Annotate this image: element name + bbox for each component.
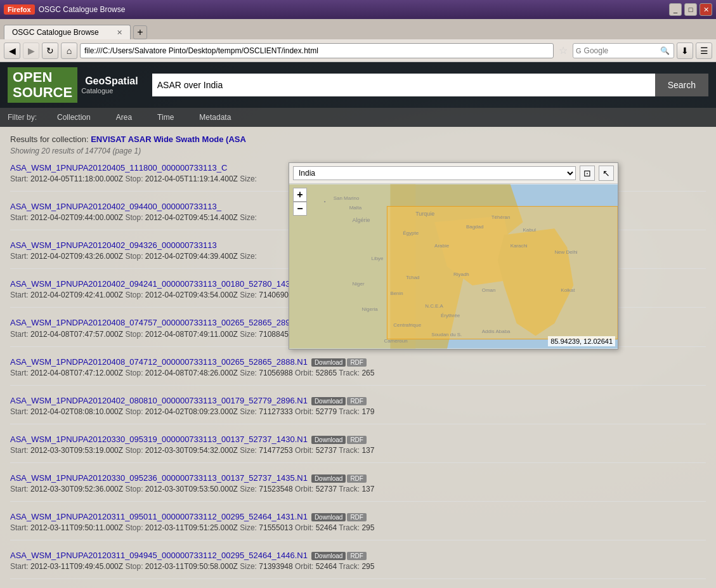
collection-link[interactable]: ENVISAT ASAR Wide Swath Mode (ASA bbox=[91, 134, 246, 144]
svg-text:Érythrée: Érythrée bbox=[441, 313, 460, 318]
map-coordinates: 85.94239, 12.02641 bbox=[548, 336, 615, 346]
home-button[interactable]: ⌂ bbox=[61, 42, 77, 59]
tab-close-icon[interactable]: ✕ bbox=[117, 29, 122, 37]
results-count: Showing 20 results of 147704 (page 1) bbox=[10, 147, 706, 155]
tab-area[interactable]: Area bbox=[103, 108, 145, 127]
result-link[interactable]: ASA_WSM_1PNUPA20120405_111800_0000007331… bbox=[10, 163, 227, 173]
svg-text:Cameroun: Cameroun bbox=[384, 338, 407, 344]
list-item: ASA_WSM_1PNDPA20120402_080810_0000007331… bbox=[10, 396, 706, 424]
result-link[interactable]: ASA_WSM_1PNUPA20120330_095319_0000007331… bbox=[10, 434, 308, 444]
refresh-button[interactable]: ↻ bbox=[42, 42, 58, 59]
result-link[interactable]: ASA_WSM_1PNDPA20120408_074757_0000007331… bbox=[10, 318, 308, 327]
search-input[interactable] bbox=[152, 74, 655, 96]
result-link[interactable]: ASA_WSM_1PNUPA20120311_094945_0000007331… bbox=[10, 551, 308, 560]
svg-text:Benin: Benin bbox=[390, 291, 403, 296]
result-meta: Start: 2012-03-30T09:53:19.000Z Stop: 20… bbox=[10, 446, 706, 455]
svg-text:Addis Ababa: Addis Ababa bbox=[482, 329, 511, 334]
svg-text:Karachi: Karachi bbox=[511, 243, 528, 249]
rdf-button[interactable]: RDF bbox=[347, 436, 367, 444]
result-meta: Start: 2012-03-11T09:49:45.000Z Stop: 20… bbox=[10, 562, 706, 571]
download-button[interactable]: Download bbox=[311, 552, 346, 560]
result-meta: Start: 2012-04-08T07:47:12.000Z Stop: 20… bbox=[10, 369, 706, 377]
map-overlay: India ⊡ ↖ + − bbox=[289, 162, 618, 350]
map-pointer-icon[interactable]: ↖ bbox=[599, 166, 614, 181]
minimize-button[interactable]: _ bbox=[669, 3, 682, 16]
page-content: OPENSOURCE GeoSpatial Catalogue Search F… bbox=[0, 62, 716, 588]
list-item: ASA_WSM_1PNUPA20120311_095011_0000007331… bbox=[10, 512, 706, 540]
url-bar[interactable] bbox=[80, 43, 554, 58]
svg-text:Centrafrique: Centrafrique bbox=[393, 322, 421, 328]
svg-text:Oman: Oman bbox=[482, 287, 496, 293]
result-meta: Start: 2012-03-30T09:52:36.000Z Stop: 20… bbox=[10, 485, 706, 493]
svg-text:N.C.E.A: N.C.E.A bbox=[425, 303, 443, 309]
result-link[interactable]: ASA_WSM_1PNUPA20120402_094241_0000007331… bbox=[10, 279, 308, 289]
result-link[interactable]: ASA_WSM_1PNUPA20120311_095011_0000007331… bbox=[10, 512, 308, 521]
svg-text:New Delhi: New Delhi bbox=[554, 249, 577, 255]
bookmark-icon[interactable]: ☆ bbox=[556, 44, 570, 56]
title-bar: Firefox OSGC Catalogue Browse _ □ ✕ bbox=[0, 0, 716, 19]
tab-collection[interactable]: Collection bbox=[44, 108, 103, 127]
google-search-input[interactable] bbox=[584, 46, 660, 55]
rdf-button[interactable]: RDF bbox=[347, 552, 367, 560]
region-select[interactable]: India bbox=[293, 166, 576, 180]
svg-text:Kabul: Kabul bbox=[523, 227, 537, 233]
tab-bar: OSGC Catalogue Browse ✕ + bbox=[0, 19, 716, 39]
search-button[interactable]: Search bbox=[655, 74, 708, 96]
svg-text:Libye: Libye bbox=[372, 256, 384, 261]
tab-label: OSGC Catalogue Browse bbox=[12, 28, 99, 37]
rdf-button[interactable]: RDF bbox=[347, 358, 367, 367]
svg-text:•: • bbox=[324, 199, 326, 204]
download-button[interactable]: Download bbox=[311, 436, 346, 444]
forward-button[interactable]: ▶ bbox=[23, 42, 39, 59]
result-meta: Start: 2012-03-11T09:50:11.000Z Stop: 20… bbox=[10, 523, 706, 532]
google-logo: G bbox=[576, 47, 582, 55]
nav-bar: ◀ ▶ ↻ ⌂ ☆ G 🔍 ⬇ ☰ bbox=[0, 39, 716, 62]
map-expand-icon[interactable]: ⊡ bbox=[580, 166, 595, 181]
svg-text:Téhéran: Téhéran bbox=[491, 214, 511, 220]
download-button[interactable]: ⬇ bbox=[677, 42, 693, 59]
result-link[interactable]: ASA_WSM_1PNUPA20120402_094400_0000007331… bbox=[10, 202, 221, 211]
logo-open-text: OPENSOURCE bbox=[8, 67, 77, 103]
download-button[interactable]: Download bbox=[311, 358, 346, 367]
download-button[interactable]: Download bbox=[311, 474, 346, 483]
browser-tab[interactable]: OSGC Catalogue Browse ✕ bbox=[4, 25, 131, 39]
google-search-box[interactable]: G 🔍 bbox=[573, 43, 674, 58]
zoom-in-button[interactable]: + bbox=[293, 188, 307, 202]
svg-text:Soudan du S.: Soudan du S. bbox=[431, 332, 462, 337]
map-zoom-controls: + − bbox=[293, 188, 307, 216]
svg-text:Bagdad: Bagdad bbox=[466, 224, 483, 230]
download-button[interactable]: Download bbox=[311, 397, 346, 405]
firefox-logo: Firefox bbox=[4, 4, 35, 15]
result-meta: Start: 2012-04-02T08:08:10.000Z Stop: 20… bbox=[10, 407, 706, 416]
tab-time[interactable]: Time bbox=[145, 108, 186, 127]
rdf-button[interactable]: RDF bbox=[347, 397, 367, 405]
download-button[interactable]: Download bbox=[311, 513, 346, 521]
maximize-button[interactable]: □ bbox=[684, 3, 697, 16]
rdf-button[interactable]: RDF bbox=[347, 474, 367, 483]
svg-rect-1 bbox=[387, 206, 618, 339]
map-toolbar: India ⊡ ↖ bbox=[289, 163, 618, 184]
svg-text:Égypte: Égypte bbox=[403, 230, 419, 236]
zoom-out-button[interactable]: − bbox=[293, 202, 307, 216]
menu-button[interactable]: ☰ bbox=[696, 42, 712, 59]
logo-catalogue: Catalogue bbox=[81, 87, 142, 95]
svg-text:Riyadh: Riyadh bbox=[453, 271, 469, 277]
result-link[interactable]: ASA_WSM_1PNDPA20120408_074712_0000007331… bbox=[10, 357, 308, 367]
result-link[interactable]: ASA_WSM_1PNDPA20120402_080810_0000007331… bbox=[10, 396, 308, 405]
rdf-button[interactable]: RDF bbox=[347, 513, 367, 521]
filter-bar: Filter by: Collection Area Time Metadata bbox=[0, 108, 716, 127]
map-svg: Algérie Libye Niger Égypte Arabie Turqui… bbox=[289, 184, 618, 349]
tab-metadata[interactable]: Metadata bbox=[186, 108, 244, 127]
back-button[interactable]: ◀ bbox=[4, 42, 20, 59]
svg-text:Niger: Niger bbox=[353, 281, 365, 287]
result-link[interactable]: ASA_WSM_1PNUPA20120330_095236_0000007331… bbox=[10, 473, 308, 483]
close-button[interactable]: ✕ bbox=[700, 3, 712, 16]
list-item: ASA_WSM_1PNUPA20120330_095236_0000007331… bbox=[10, 473, 706, 502]
svg-text:San Marino: San Marino bbox=[334, 195, 360, 201]
result-link[interactable]: ASA_WSM_1PNUPA20120402_094326_0000007331… bbox=[10, 240, 217, 250]
logo: OPENSOURCE GeoSpatial Catalogue bbox=[8, 67, 142, 103]
new-tab-button[interactable]: + bbox=[133, 25, 147, 39]
svg-text:Malta: Malta bbox=[349, 205, 362, 211]
svg-text:Arabie: Arabie bbox=[434, 243, 450, 249]
search-icon[interactable]: 🔍 bbox=[660, 46, 670, 55]
